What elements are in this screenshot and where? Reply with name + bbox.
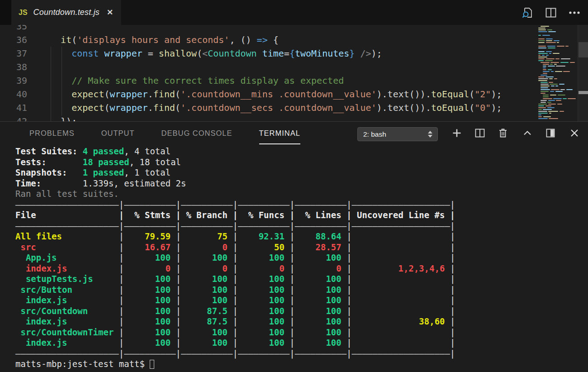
tab-title: Countdown.test.js <box>33 8 100 17</box>
terminal-line: index.js | 100 | 87.5 | 100 | 100 | 38,6… <box>15 316 455 327</box>
terminal-line: All files | 79.59 | 75 | 92.31 | 88.64 |… <box>15 231 455 242</box>
line-number: 37 <box>0 47 27 60</box>
indent-guide <box>62 47 62 116</box>
maximize-panel-icon[interactable] <box>545 128 556 138</box>
code-line-40: 40 expect(wrapper.find('.countdown__mins… <box>0 87 538 101</box>
split-editor-icon[interactable] <box>545 6 557 19</box>
tab-problems[interactable]: PROBLEMS <box>29 129 75 138</box>
terminal-line: File | % Stmts | % Branch | % Funcs | % … <box>15 210 455 221</box>
terminal-line: Time: 1.339s, estimated 2s <box>15 178 455 189</box>
tab-debug-console[interactable]: DEBUG CONSOLE <box>161 129 232 138</box>
scrollbar-thumb[interactable] <box>579 42 588 57</box>
tab-terminal[interactable]: TERMINAL <box>259 129 300 138</box>
code-line-39: 39 // Make sure the correct times displa… <box>0 74 538 87</box>
line-number: 36 <box>0 33 27 47</box>
close-panel-icon[interactable] <box>569 128 580 138</box>
panel-tab-bar: PROBLEMS OUTPUT DEBUG CONSOLE TERMINAL <box>29 122 300 144</box>
code-line-41: 41 expect(wrapper.find('.countdown__secs… <box>0 101 538 114</box>
code-editor[interactable]: 3536 it('displays hours and seconds', ()… <box>0 25 588 121</box>
editor-scrollbar[interactable] <box>578 25 588 121</box>
code-line-42: 42 }); <box>0 114 538 121</box>
code-text: }); <box>50 114 77 121</box>
line-number: 39 <box>0 74 27 87</box>
code-text: expect(wrapper.find('.countdown__secs .c… <box>50 101 502 114</box>
collapse-panel-icon[interactable] <box>522 128 533 138</box>
terminal-line: index.js | 0 | 0 | 0 | 0 | 1,2,3,4,6 | <box>15 263 455 274</box>
select-up-arrow <box>428 131 432 134</box>
code-line-35: 35 <box>0 25 538 33</box>
line-number: 40 <box>0 87 27 101</box>
terminal-line: src/CountdownTimer | 100 | 100 | 100 | 1… <box>15 327 455 338</box>
indent-guide <box>51 47 51 121</box>
tab-bar-edge <box>0 0 11 25</box>
terminal-output[interactable]: Test Suites: 4 passed, 4 totalTests: 18 … <box>15 146 455 370</box>
terminal-line: Ran all test suites. <box>15 189 455 200</box>
bottom-panel: PROBLEMS OUTPUT DEBUG CONSOLE TERMINAL 2… <box>0 121 588 372</box>
tab-output[interactable]: OUTPUT <box>101 129 135 138</box>
code-line-38: 38 <box>0 60 538 74</box>
more-actions-icon[interactable] <box>568 6 581 19</box>
line-number: 38 <box>0 60 27 74</box>
tab-close-icon[interactable]: ✕ <box>107 8 113 17</box>
code-line-37: 37 const wrapper = shallow(<Countdown ti… <box>0 47 538 60</box>
terminal-line: Tests: 18 passed, 18 total <box>15 157 455 168</box>
terminal-line: ––––––––––––––––––––|––––––––––|––––––––… <box>15 200 455 210</box>
terminal-line: matts-mbp:jest-test matt$ <box>15 359 455 370</box>
tab-countdown-test[interactable]: JS Countdown.test.js ✕ <box>11 0 121 25</box>
code-text: const wrapper = shallow(<Countdown time=… <box>50 47 382 60</box>
code-text: // Make sure the correct times display a… <box>50 74 344 87</box>
select-down-arrow <box>428 135 432 138</box>
open-preview-icon[interactable] <box>521 6 534 19</box>
terminal-select[interactable]: 2: bash <box>357 127 438 141</box>
terminal-line: src | 16.67 | 0 | 50 | 28.57 | | <box>15 242 455 253</box>
terminal-line: Snapshots: 1 passed, 1 total <box>15 167 455 178</box>
terminal-line: ––––––––––––––––––––|––––––––––|––––––––… <box>15 221 455 232</box>
terminal-line: src/Button | 100 | 100 | 100 | 100 | | <box>15 285 455 296</box>
terminal-select-value: 2: bash <box>363 130 386 138</box>
line-number: 35 <box>0 25 27 33</box>
new-terminal-icon[interactable] <box>451 128 462 138</box>
scrollbar-marker <box>579 91 588 94</box>
terminal-line: index.js | 100 | 100 | 100 | 100 | | <box>15 338 455 348</box>
terminal-line: index.js | 100 | 100 | 100 | 100 | | <box>15 295 455 306</box>
terminal-line: src/Countdown | 100 | 87.5 | 100 | 100 |… <box>15 306 455 317</box>
editor-tab-bar: JS Countdown.test.js ✕ <box>0 0 588 25</box>
minimap[interactable] <box>537 26 577 121</box>
code-text: it('displays hours and seconds', () => { <box>50 33 279 47</box>
line-number: 41 <box>0 101 27 114</box>
code-line-36: 36 it('displays hours and seconds', () =… <box>0 33 538 47</box>
line-number: 42 <box>0 114 27 121</box>
terminal-cursor <box>150 360 154 369</box>
javascript-file-icon: JS <box>19 9 28 17</box>
kill-terminal-icon[interactable] <box>498 128 508 138</box>
terminal-line: ––––––––––––––––––––|––––––––––|––––––––… <box>15 348 455 359</box>
code-text: expect(wrapper.find('.countdown__mins .c… <box>50 87 502 101</box>
terminal-line: Test Suites: 4 passed, 4 total <box>15 146 455 157</box>
code-lines: 3536 it('displays hours and seconds', ()… <box>0 25 538 121</box>
split-terminal-icon[interactable] <box>474 128 485 138</box>
terminal-line: setupTests.js | 100 | 100 | 100 | 100 | … <box>15 274 455 285</box>
terminal-line: App.js | 100 | 100 | 100 | 100 | | <box>15 253 455 263</box>
